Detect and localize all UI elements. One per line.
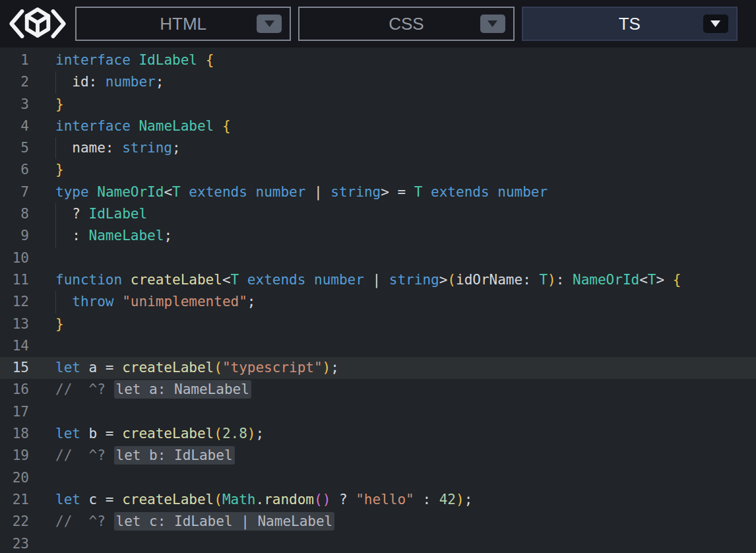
code-line[interactable]: 7type NameOrId<T extends number | string… — [0, 181, 756, 203]
code-cube-logo[interactable] — [0, 5, 75, 43]
code-line[interactable]: 22// ^? let c: IdLabel | NameLabel — [0, 511, 756, 533]
line-number: 6 — [0, 159, 29, 181]
code-token: ? — [55, 206, 89, 222]
code-token: . — [255, 492, 264, 507]
code-token — [214, 118, 222, 134]
code-token: 2.8 — [222, 426, 247, 441]
code-token: "hello" — [356, 492, 414, 507]
code-token: { — [222, 118, 231, 134]
code-text: let b = createLabel(2.8); — [55, 423, 264, 445]
code-token: NameOrId — [573, 272, 639, 288]
code-token — [131, 118, 139, 134]
code-line[interactable]: 4interface NameLabel { — [0, 115, 756, 137]
code-text: id: number; — [55, 71, 164, 93]
code-token: "unimplemented" — [122, 294, 247, 309]
code-line[interactable]: 12 throw "unimplemented"; — [0, 291, 756, 313]
code-token — [247, 184, 256, 200]
code-line[interactable]: 6} — [0, 159, 756, 181]
tab-ts[interactable]: TS — [522, 7, 738, 41]
line-number: 14 — [0, 335, 29, 357]
code-line[interactable]: 16// ^? let a: NameLabel — [0, 379, 756, 401]
code-token: ( — [214, 492, 222, 507]
code-line[interactable]: 18let b = createLabel(2.8); — [0, 423, 756, 445]
indent-guide — [55, 71, 56, 93]
line-number: 10 — [0, 247, 29, 269]
line-number: 9 — [0, 225, 29, 247]
tab-html[interactable]: HTML — [75, 7, 291, 41]
indent-guide — [55, 291, 56, 313]
code-token — [114, 294, 123, 309]
code-line[interactable]: 2 id: number; — [0, 71, 756, 93]
code-token: IdLabel — [89, 206, 148, 222]
code-token: } — [55, 316, 64, 332]
code-token: createLabel — [122, 492, 214, 507]
code-token: ; — [331, 360, 339, 375]
code-token: ( — [447, 272, 456, 288]
cube-brackets-icon — [7, 5, 69, 43]
code-token: number — [497, 184, 548, 200]
code-token: > = — [381, 184, 414, 200]
code-line[interactable]: 1interface IdLabel { — [0, 49, 756, 71]
twoslash-type-annotation: let c: IdLabel | NameLabel — [114, 512, 335, 531]
chevron-down-icon[interactable] — [480, 15, 505, 33]
code-text: let a = createLabel("typescript"); — [55, 357, 339, 379]
code-token — [489, 184, 498, 200]
line-number: 12 — [0, 291, 29, 313]
chevron-down-icon[interactable] — [257, 15, 282, 33]
line-number: 17 — [0, 401, 29, 423]
code-token: number — [106, 74, 156, 90]
code-line[interactable]: 21let c = createLabel(Math.random() ? "h… — [0, 489, 756, 511]
code-line[interactable]: 11function createLabel<T extends number … — [0, 269, 756, 291]
code-line[interactable]: 15let a = createLabel("typescript"); — [0, 357, 756, 379]
code-token: : — [414, 492, 439, 507]
code-line[interactable]: 19// ^? let b: IdLabel — [0, 445, 756, 467]
code-token: } — [55, 96, 64, 112]
code-token: type — [55, 184, 89, 200]
code-line[interactable]: 20 — [0, 467, 756, 489]
code-line[interactable]: 10 — [0, 247, 756, 269]
code-text: // ^? let a: NameLabel — [55, 379, 251, 401]
code-token: "typescript" — [222, 360, 323, 375]
code-text: // ^? let b: IdLabel — [55, 445, 235, 467]
code-token: Math — [222, 492, 256, 507]
line-number: 15 — [0, 357, 29, 379]
code-token: ; — [464, 492, 473, 507]
code-line[interactable]: 14 — [0, 335, 756, 357]
line-number: 20 — [0, 467, 29, 489]
chevron-down-icon[interactable] — [703, 15, 728, 33]
code-token: NameOrId — [97, 184, 164, 200]
code-editor[interactable]: 1interface IdLabel {2 id: number;3}4inte… — [0, 48, 756, 553]
code-token: ( — [214, 360, 222, 375]
code-token: interface — [55, 118, 131, 134]
tab-css[interactable]: CSS — [298, 7, 514, 41]
code-token: NameLabel — [139, 118, 214, 134]
line-number: 11 — [0, 269, 29, 291]
code-text: } — [55, 159, 64, 181]
code-text: } — [55, 313, 64, 335]
code-line[interactable]: 3} — [0, 94, 756, 115]
indent-guide — [55, 137, 56, 159]
code-line[interactable]: 23 — [0, 533, 756, 553]
code-token: random — [264, 492, 314, 507]
code-token: ) — [323, 360, 331, 375]
code-text: name: string; — [55, 137, 181, 159]
code-token — [122, 272, 131, 288]
code-token — [305, 272, 314, 288]
code-line[interactable]: 17 — [0, 401, 756, 423]
code-line[interactable]: 13} — [0, 313, 756, 335]
code-token: string — [122, 140, 172, 156]
code-line[interactable]: 8 ? IdLabel — [0, 203, 756, 225]
code-line[interactable]: 5 name: string; — [0, 137, 756, 159]
code-token: a = — [80, 360, 122, 375]
code-token: T — [414, 184, 423, 200]
code-token: extends — [247, 272, 306, 288]
code-token: name: — [55, 140, 122, 156]
code-token: NameLabel — [89, 228, 164, 244]
code-token: } — [55, 162, 64, 178]
code-line[interactable]: 9 : NameLabel; — [0, 225, 756, 247]
code-token: ? — [331, 492, 356, 507]
line-number: 23 — [0, 533, 29, 553]
code-token: > — [439, 272, 448, 288]
line-number: 4 — [0, 115, 29, 137]
code-token: { — [673, 272, 681, 288]
